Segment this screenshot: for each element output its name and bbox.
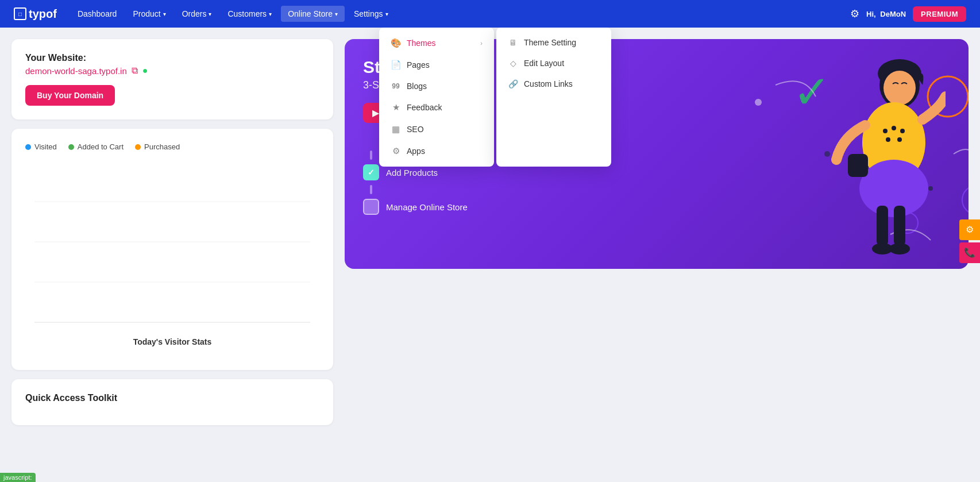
dropdown-container: 🎨 Themes › 📄 Pages 99 Blogs ★ Feedback ▦…: [379, 28, 611, 167]
dropdown-themes-label: Themes: [407, 38, 436, 48]
nav-product[interactable]: Product ▾: [126, 6, 172, 22]
navbar: □ typof Dashboard Product ▾ Orders ▾ Cus…: [0, 0, 980, 28]
chevron-down-icon: ▾: [269, 11, 272, 17]
seo-icon: ▦: [391, 124, 401, 134]
submenu-custom-links[interactable]: 🔗 Custom Links: [496, 74, 611, 94]
edit-layout-label: Edit Layout: [524, 59, 564, 68]
dropdown-feedback[interactable]: ★ Feedback: [379, 97, 494, 118]
online-store-dropdown: 🎨 Themes › 📄 Pages 99 Blogs ★ Feedback ▦…: [379, 28, 494, 167]
nav-orders[interactable]: Orders ▾: [175, 6, 219, 22]
theme-setting-icon: 🖥: [508, 38, 518, 47]
dropdown-blogs-label: Blogs: [407, 82, 427, 91]
dropdown-themes[interactable]: 🎨 Themes ›: [379, 32, 494, 54]
gear-icon[interactable]: ⚙: [850, 7, 859, 20]
chevron-down-icon: ▾: [209, 11, 211, 17]
dropdown-pages-label: Pages: [407, 60, 430, 70]
dropdown-seo[interactable]: ▦ SEO: [379, 118, 494, 140]
custom-links-icon: 🔗: [508, 79, 518, 88]
nav-settings[interactable]: Settings ▾: [347, 6, 395, 22]
chevron-down-icon: ▾: [335, 11, 338, 17]
nav-right: ⚙ Hi, DeMoN PREMIUM: [850, 6, 966, 22]
brand-logo[interactable]: □ typof: [14, 7, 57, 21]
chevron-right-icon: ›: [480, 40, 483, 47]
themes-submenu: 🖥 Theme Setting ◇ Edit Layout 🔗 Custom L…: [496, 28, 611, 167]
chevron-down-icon: ▾: [163, 11, 166, 17]
side-phone-icon: 📞: [964, 247, 975, 258]
theme-setting-label: Theme Setting: [524, 38, 576, 47]
dropdown-pages[interactable]: 📄 Pages: [379, 54, 494, 76]
nav-dashboard[interactable]: Dashboard: [71, 6, 124, 22]
side-gear-icon: ⚙: [966, 224, 974, 235]
dropdown-overlay[interactable]: 🎨 Themes › 📄 Pages 99 Blogs ★ Feedback ▦…: [0, 28, 980, 482]
nav-links: Dashboard Product ▾ Orders ▾ Customers ▾…: [71, 6, 846, 22]
submenu-edit-layout[interactable]: ◇ Edit Layout: [496, 53, 611, 74]
edit-layout-icon: ◇: [508, 59, 518, 68]
brand-name: typof: [29, 7, 57, 21]
js-badge: javascript:: [0, 473, 36, 482]
side-buttons: ⚙ 📞: [959, 219, 980, 263]
side-phone-button[interactable]: 📞: [959, 242, 980, 263]
dropdown-feedback-label: Feedback: [407, 103, 442, 112]
themes-icon: 🎨: [391, 38, 401, 48]
dropdown-apps-label: Apps: [407, 146, 425, 156]
submenu-theme-setting[interactable]: 🖥 Theme Setting: [496, 32, 611, 53]
dropdown-seo-label: SEO: [407, 125, 424, 134]
greeting: Hi, DeMoN: [866, 10, 906, 18]
apps-icon: ⚙: [391, 146, 401, 156]
nav-online-store[interactable]: Online Store ▾: [281, 6, 345, 22]
logo-icon: □: [14, 7, 26, 20]
nav-customers[interactable]: Customers ▾: [221, 6, 279, 22]
premium-button[interactable]: PREMIUM: [913, 6, 966, 22]
blogs-icon: 99: [391, 82, 401, 90]
dropdown-blogs[interactable]: 99 Blogs: [379, 76, 494, 97]
dropdown-apps[interactable]: ⚙ Apps: [379, 140, 494, 162]
chevron-down-icon: ▾: [385, 11, 388, 17]
custom-links-label: Custom Links: [524, 79, 573, 88]
feedback-icon: ★: [391, 102, 401, 113]
pages-icon: 📄: [391, 60, 401, 70]
side-gear-button[interactable]: ⚙: [959, 219, 980, 240]
